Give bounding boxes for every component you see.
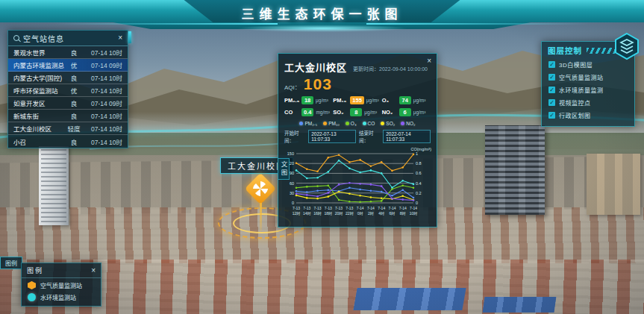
svg-text:0.6: 0.6 (416, 171, 422, 175)
svg-text:7-14: 7-14 (367, 206, 375, 210)
legend-collapse-tab[interactable]: 图例 (0, 257, 22, 269)
svg-text:7-14: 7-14 (388, 206, 396, 210)
station-level: 良 (64, 98, 84, 107)
close-icon[interactable]: × (91, 267, 96, 274)
station-row[interactable]: 如意开发区 良 07-14 09时 (8, 97, 128, 110)
legend-item-co[interactable]: CO (363, 121, 375, 126)
station-update-time: 07-14 09时 (84, 60, 122, 69)
checkbox-checked-icon[interactable]: ✓ (548, 61, 555, 68)
station-row[interactable]: 景观水世界 良 07-14 10时 (8, 46, 128, 59)
station-update-time: 07-14 10时 (84, 111, 122, 120)
svg-text:7-13: 7-13 (314, 206, 322, 210)
legend-item-pm25[interactable]: PM₂.₅ (299, 121, 317, 126)
station-level: 良 (64, 111, 84, 120)
svg-text:1: 1 (416, 151, 418, 156)
station-panel-collapse-tab[interactable] (128, 31, 131, 43)
station-update-time: 07-14 10时 (84, 48, 122, 57)
checkbox-checked-icon[interactable]: ✓ (548, 112, 555, 119)
update-time-label: 更新时间： (353, 66, 379, 72)
legend-item-o3[interactable]: O₃ (346, 121, 357, 126)
layer-label: 空气质量监测站 (559, 73, 604, 81)
legend-panel-title: 图例 (27, 266, 43, 275)
pollutant-chart: 030609012015000.20.40.60.81CO(mg/m³)7-13… (284, 146, 432, 221)
station-name: 工大金川校区 (13, 124, 64, 133)
close-icon[interactable]: × (427, 57, 431, 65)
legend-label: NO₂ (406, 121, 415, 126)
layer-item[interactable]: ✓ 视频监控点 (542, 96, 634, 109)
station-row[interactable]: 内蒙古大学(国控) 良 07-14 10时 (8, 72, 128, 84)
blue-roof-warehouses (353, 288, 466, 310)
end-time-field: 结束时间： 2022-07-14 11:07:33 (359, 129, 431, 144)
search-icon[interactable] (13, 35, 19, 41)
chart-legend: PM₂.₅ PM₁₀ O₃ CO SO₂ NO₂ (284, 121, 431, 126)
layers-hexagon-button[interactable] (613, 32, 641, 60)
station-row[interactable]: 呼市环保监测站 优 07-14 10时 (8, 84, 128, 97)
svg-text:7-14: 7-14 (357, 206, 364, 210)
svg-text:12时: 12时 (293, 211, 301, 216)
svg-text:0: 0 (416, 201, 418, 205)
pollutant-unit: μg/m³ (366, 98, 379, 103)
start-time-field: 开始时间： 2022-07-13 11:07:33 (284, 129, 356, 144)
svg-text:14时: 14时 (303, 211, 311, 216)
air-station-marker-icon (28, 281, 36, 289)
legend-dot (299, 122, 303, 125)
layer-item[interactable]: ✓ 空气质量监测站 (542, 71, 634, 84)
end-time-label: 结束时间： (359, 129, 381, 144)
svg-text:18时: 18时 (325, 211, 333, 216)
svg-text:8时: 8时 (400, 211, 406, 216)
station-name: 内蒙古大学(国控) (13, 73, 64, 82)
air-station-marker-icon[interactable] (245, 173, 276, 204)
station-row-selected[interactable]: 内蒙古环境监测总站 优 07-14 09时 (8, 59, 128, 72)
start-time-input[interactable]: 2022-07-13 11:07:33 (308, 130, 356, 143)
checkbox-checked-icon[interactable]: ✓ (548, 74, 555, 81)
aqi-value: 103 (304, 76, 332, 92)
time-range-row: 开始时间： 2022-07-13 11:07:33 结束时间： 2022-07-… (284, 129, 431, 144)
pollutant-grid: PM₂.₅ 18 μg/m³ PM₁₀ 155 μg/m³ O₃ 74 μg/m… (284, 96, 431, 116)
legend-item-no2[interactable]: NO₂ (401, 121, 415, 126)
legend-dot (346, 122, 349, 125)
pollutant-label: O₃ (382, 97, 397, 104)
aqi-label: AQI： (284, 83, 301, 91)
svg-text:22时: 22时 (346, 211, 354, 216)
layer-item[interactable]: ✓ 行政区划图 (542, 109, 634, 122)
checkbox-checked-icon[interactable]: ✓ (548, 99, 555, 106)
svg-text:7-13: 7-13 (335, 206, 343, 210)
svg-text:0.2: 0.2 (416, 191, 422, 195)
update-time: 更新时间：2022-09-04 10:00:00 (353, 65, 428, 72)
svg-text:0: 0 (292, 201, 294, 205)
station-row[interactable]: 工大金川校区 轻度 07-14 10时 (8, 122, 128, 135)
pollutant-label: CO (284, 109, 299, 116)
station-level: 优 (64, 60, 84, 69)
legend-item-so2[interactable]: SO₂ (381, 121, 395, 126)
layer-item[interactable]: ✓ 水环境质量监测 (542, 84, 634, 96)
station-row[interactable]: 新城东街 良 07-14 10时 (8, 110, 128, 122)
station-name: 内蒙古环境监测总站 (13, 60, 64, 69)
station-list-panel: 空气站信息 × 景观水世界 良 07-14 10时 内蒙古环境监测总站 优 07… (7, 30, 128, 148)
station-panel-header: 空气站信息 × (8, 31, 128, 46)
svg-text:7-13: 7-13 (346, 206, 353, 210)
svg-text:6时: 6时 (390, 211, 396, 216)
pollutant-unit: μg/m³ (413, 110, 426, 115)
pollutant-co: CO 0.4 mg/m³ (284, 108, 333, 116)
legend-label: PM₁₀ (328, 121, 340, 126)
svg-text:90: 90 (290, 171, 294, 175)
start-time-label: 开始时间： (284, 129, 307, 144)
checkbox-checked-icon[interactable]: ✓ (548, 87, 555, 93)
legend-item: 空气质量监测站 (22, 278, 101, 290)
legend-item-pm10[interactable]: PM₁₀ (323, 121, 340, 126)
station-update-time: 07-14 09时 (84, 98, 122, 107)
page-title: 三维生态环保一张图 (0, 4, 644, 22)
end-time-input[interactable]: 2022-07-14 11:07:33 (383, 130, 431, 143)
station-row[interactable]: 小召 良 07-14 10时 (8, 135, 128, 148)
close-icon[interactable]: × (118, 34, 122, 42)
pollutant-label: PM₂.₅ (284, 97, 299, 104)
pollutant-unit: μg/m³ (316, 98, 328, 103)
map-legend-panel: 图例 × 空气质量监测站 水环境监测站 (21, 263, 101, 307)
legend-label: SO₂ (386, 121, 395, 126)
layer-label: 视频监控点 (559, 98, 591, 107)
station-name: 小召 (13, 137, 64, 146)
pollutant-value-badge: 0.4 (301, 108, 313, 116)
text-chart-toggle[interactable]: 文图 (278, 158, 290, 180)
svg-text:0时: 0时 (357, 211, 363, 216)
water-station-marker-icon (28, 293, 36, 301)
